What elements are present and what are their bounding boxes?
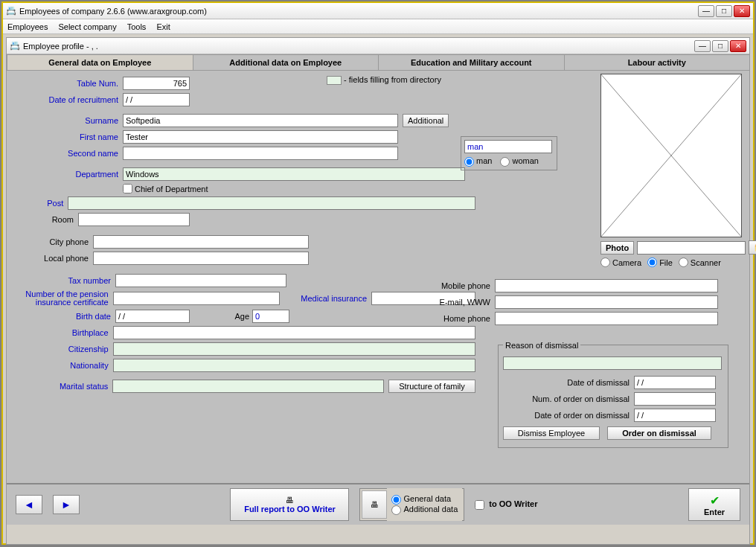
label-med-ins: Medical insurance	[287, 294, 367, 303]
tab-education[interactable]: Education and Military account	[378, 54, 565, 70]
printer-icon: 🖶	[286, 496, 294, 505]
tab-labour[interactable]: Labour activity	[564, 54, 751, 70]
label-citizenship: Citizenship	[14, 345, 109, 354]
structure-family-button[interactable]: Structure of family	[388, 380, 475, 393]
nationality-input[interactable]	[113, 359, 475, 372]
label-birth-date: Birth date	[14, 312, 111, 321]
close-button[interactable]: ✕	[734, 5, 750, 17]
label-email: E-mail, WWW	[431, 298, 490, 307]
dismissal-legend: Reason of dismissal	[503, 341, 580, 350]
inner-close-button[interactable]: ✕	[730, 40, 746, 52]
browse-button[interactable]: 📁	[749, 240, 756, 255]
gender-box: man woman	[461, 136, 557, 170]
gender-man-radio[interactable]	[464, 157, 474, 167]
inner-window-title: Employee profile - , .	[23, 42, 694, 51]
to-oo-writer-checkbox[interactable]	[475, 500, 484, 510]
order-dismissal-button[interactable]: Order on dismissal	[607, 426, 711, 440]
first-name-input[interactable]	[123, 130, 398, 144]
label-local-phone: Local phone	[14, 254, 89, 263]
label-first-name: First name	[14, 132, 118, 141]
table-num-input[interactable]	[123, 77, 190, 90]
photo-path-input[interactable]	[637, 241, 746, 255]
label-date-dismissal: Date of dismissal	[503, 378, 630, 387]
label-additional-data: Additional data	[403, 505, 458, 514]
label-second-name: Second name	[14, 149, 118, 158]
post-input[interactable]	[68, 196, 475, 210]
general-data-radio[interactable]	[391, 495, 401, 505]
menu-select-company[interactable]: Select company	[58, 22, 116, 31]
room-input[interactable]	[78, 213, 190, 226]
photo-section: Photo 📁 Camera File Scanner	[600, 74, 742, 270]
chief-checkbox[interactable]	[123, 184, 132, 193]
printer-icon: 🖶	[371, 500, 379, 509]
surname-input[interactable]	[123, 114, 398, 127]
home-phone-input[interactable]	[495, 312, 718, 325]
menu-exit[interactable]: Exit	[156, 22, 170, 31]
file-radio[interactable]	[647, 257, 657, 267]
label-mobile-phone: Mobile phone	[431, 281, 490, 290]
dismiss-employee-button[interactable]: Dismiss Employee	[503, 426, 600, 440]
tabs: General data on Employee Additional data…	[7, 54, 749, 71]
gender-woman-radio[interactable]	[500, 157, 510, 167]
tab-general[interactable]: General data on Employee	[7, 54, 193, 70]
menu-employees[interactable]: Employees	[7, 22, 48, 31]
label-city-phone: City phone	[14, 237, 89, 246]
label-surname: Surname	[14, 116, 118, 125]
minimize-button[interactable]: —	[698, 5, 714, 17]
date-dismissal-input[interactable]	[634, 376, 716, 389]
label-to-oo: to OO Writer	[489, 499, 537, 508]
pension-input[interactable]	[113, 292, 280, 305]
full-report-button[interactable]: 🖶 Full report to OO Writer	[230, 488, 349, 521]
print-data-button[interactable]: 🖶	[362, 490, 387, 519]
gender-text-input[interactable]	[464, 140, 552, 153]
camera-radio[interactable]	[600, 257, 610, 267]
department-input[interactable]	[123, 167, 465, 181]
prev-button[interactable]: ◄	[16, 495, 42, 514]
label-woman: woman	[512, 156, 538, 165]
tab-additional[interactable]: Additional data on Employee	[193, 54, 379, 70]
date-order-dismissal-input[interactable]	[634, 409, 716, 422]
marital-input[interactable]	[112, 380, 384, 393]
num-order-dismissal-input[interactable]	[634, 392, 716, 406]
inner-title-bar: 📇 Employee profile - , . — □ ✕	[7, 38, 749, 54]
inner-minimize-button[interactable]: —	[694, 40, 711, 52]
label-camera: Camera	[612, 258, 641, 267]
dismissal-reason-input[interactable]	[503, 356, 722, 370]
date-recruit-input[interactable]	[123, 93, 190, 106]
label-nationality: Nationality	[14, 361, 109, 370]
birth-date-input[interactable]	[115, 310, 190, 323]
full-report-label: Full report to OO Writer	[244, 505, 336, 514]
enter-button[interactable]: ✔ Enter	[688, 488, 740, 521]
outer-title-bar: 📇 Employees of company 2.6.6 (www.araxgr…	[3, 3, 753, 19]
label-date-order-dismissal: Date of order on dismissal	[503, 411, 630, 420]
additional-button[interactable]: Additional	[403, 114, 449, 127]
local-phone-input[interactable]	[93, 252, 309, 265]
citizenship-input[interactable]	[113, 342, 475, 356]
label-age: Age	[220, 312, 249, 321]
birthplace-input[interactable]	[113, 326, 475, 339]
menu-tools[interactable]: Tools	[127, 22, 147, 31]
label-room: Room	[14, 215, 74, 224]
menu-bar: Employees Select company Tools Exit	[3, 19, 753, 34]
inner-maximize-button[interactable]: □	[712, 40, 728, 52]
dismissal-fieldset: Reason of dismissal Date of dismissal Nu…	[498, 345, 728, 448]
label-birthplace: Birthplace	[14, 328, 109, 337]
mobile-phone-input[interactable]	[495, 279, 718, 292]
city-phone-input[interactable]	[93, 235, 309, 249]
photo-frame	[600, 74, 742, 237]
scanner-radio[interactable]	[679, 257, 688, 267]
maximize-button[interactable]: □	[716, 5, 732, 17]
label-post: Post	[14, 199, 63, 208]
additional-data-radio[interactable]	[391, 505, 401, 515]
bottom-bar: ◄ ► 🖶 Full report to OO Writer 🖶 General…	[7, 483, 749, 525]
label-table-num: Table Num.	[14, 79, 118, 88]
second-name-input[interactable]	[123, 147, 398, 160]
profile-icon: 📇	[10, 41, 20, 51]
photo-button[interactable]: Photo	[600, 241, 634, 255]
label-date-recruit: Date of recruitment	[14, 95, 118, 104]
next-button[interactable]: ►	[53, 495, 80, 514]
label-pension: Number of the pension insurance certific…	[14, 290, 109, 307]
tax-input[interactable]	[115, 274, 286, 287]
age-input[interactable]	[252, 310, 289, 323]
email-input[interactable]	[495, 295, 718, 309]
